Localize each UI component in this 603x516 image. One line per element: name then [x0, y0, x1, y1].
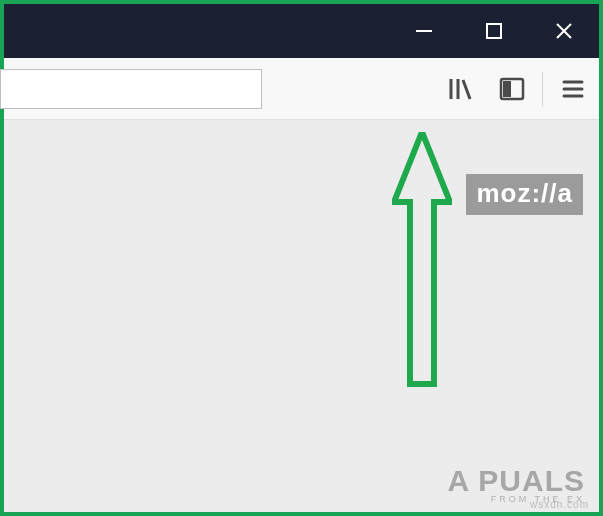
minimize-icon — [414, 21, 434, 41]
close-icon — [554, 21, 574, 41]
sidebar-toggle-button[interactable] — [486, 66, 538, 112]
mozilla-wordmark: moz://a — [466, 174, 583, 215]
svg-line-6 — [463, 80, 470, 99]
library-button[interactable] — [434, 66, 486, 112]
maximize-button[interactable] — [459, 4, 529, 58]
minimize-button[interactable] — [389, 4, 459, 58]
library-icon — [447, 76, 473, 102]
hamburger-icon — [562, 79, 584, 99]
address-bar-input[interactable] — [0, 69, 262, 109]
window-titlebar — [4, 4, 599, 58]
toolbar-divider — [542, 72, 543, 106]
watermark-url: wsxdn.com — [530, 499, 589, 510]
app-menu-button[interactable] — [547, 66, 599, 112]
maximize-icon — [485, 22, 503, 40]
browser-window-frame: moz://a A PUALS FROM THE EX wsxdn.com — [0, 0, 603, 516]
svg-rect-1 — [487, 24, 501, 38]
page-content-area: moz://a — [8, 124, 595, 508]
svg-rect-8 — [503, 81, 511, 97]
close-button[interactable] — [529, 4, 599, 58]
sidebar-icon — [499, 77, 525, 101]
navigation-toolbar — [4, 58, 599, 120]
toolbar-right-group — [434, 58, 599, 120]
